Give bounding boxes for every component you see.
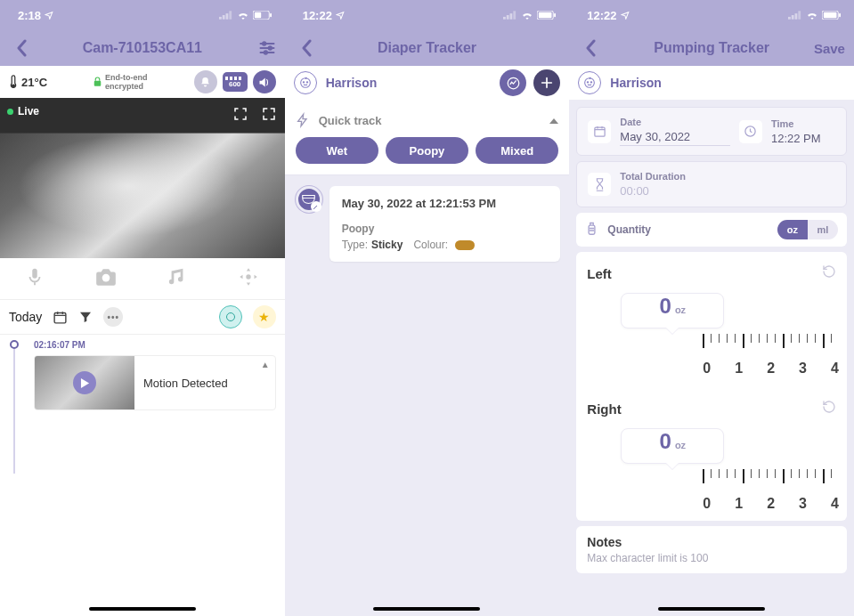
status-time: 2:18 [18, 9, 41, 22]
collapse-icon[interactable]: ▲ [261, 360, 270, 369]
chevron-up-icon [549, 118, 558, 125]
notes-label: Notes [587, 535, 836, 549]
move-button[interactable] [237, 265, 260, 292]
wifi-icon [521, 11, 533, 20]
lullaby-button[interactable] [167, 266, 187, 291]
unit-toggle[interactable]: oz ml [777, 220, 838, 239]
svg-rect-43 [589, 225, 595, 234]
svg-rect-23 [514, 11, 516, 19]
quick-track-label: Quick track [319, 114, 382, 127]
mic-icon [25, 266, 45, 288]
clock-icon [739, 120, 762, 143]
fullscreen-button[interactable] [260, 105, 278, 123]
collapse-button[interactable] [549, 112, 558, 128]
child-name[interactable]: Harrison [610, 76, 662, 90]
entry-details: Type:Sticky Colour: [342, 239, 549, 251]
svg-point-28 [303, 82, 304, 83]
play-icon [80, 378, 90, 388]
location-icon [336, 11, 345, 20]
play-button[interactable] [73, 371, 96, 394]
focus-button[interactable] [232, 105, 249, 123]
entry-datetime: May 30, 2022 at 12:21:53 PM [342, 197, 549, 210]
quick-poopy-button[interactable]: Poopy [386, 137, 468, 164]
alert-bell-button[interactable] [194, 70, 217, 93]
date-time-row: Date May 30, 2022 Time 12:22 PM [576, 107, 847, 156]
time-field[interactable]: Time 12:22 PM [771, 118, 835, 145]
camera-action-bar [0, 258, 285, 299]
move-icon [237, 265, 260, 288]
duration-row[interactable]: Total Duration 00:00 [576, 161, 847, 207]
colour-swatch [455, 240, 475, 250]
add-entry-button[interactable] [533, 69, 560, 96]
home-indicator[interactable] [373, 607, 480, 611]
filter-button[interactable] [78, 310, 93, 324]
timeline: 02:16:07 PM Motion Detected ▲ [0, 335, 285, 616]
svg-rect-36 [824, 12, 837, 18]
clips-button[interactable]: 600 [223, 72, 248, 92]
nav-bar: Cam-710153CA11 [0, 30, 285, 66]
stats-button[interactable] [500, 69, 526, 96]
lock-icon [94, 77, 102, 88]
unit-oz[interactable]: oz [777, 220, 808, 239]
svg-point-9 [264, 51, 266, 53]
svg-rect-19 [54, 312, 66, 322]
temperature: 21°C [9, 75, 47, 89]
calendar-button[interactable] [53, 310, 68, 325]
reset-left-button[interactable] [822, 264, 836, 282]
left-slider[interactable]: 0123456 [587, 334, 836, 377]
child-name[interactable]: Harrison [326, 76, 378, 90]
music-icon [167, 266, 187, 288]
svg-rect-37 [839, 13, 841, 18]
entry-diaper-icon[interactable] [296, 186, 322, 213]
svg-rect-41 [595, 127, 605, 136]
edit-badge [311, 201, 321, 212]
svg-rect-11 [94, 80, 102, 85]
svg-rect-12 [225, 77, 228, 80]
refresh-icon [822, 264, 836, 279]
mic-button[interactable] [25, 266, 45, 291]
left-value-bubble: 0 oz [621, 293, 724, 328]
svg-point-8 [268, 46, 271, 49]
star-icon: ★ [258, 310, 270, 324]
reset-right-button[interactable] [822, 400, 836, 417]
quick-wet-button[interactable]: Wet [296, 137, 378, 164]
notes-hint: Max character limit is 100 [587, 552, 836, 564]
back-button[interactable] [9, 39, 34, 57]
audio-button[interactable] [253, 70, 276, 93]
notes-section[interactable]: Notes Max character limit is 100 [576, 526, 847, 573]
home-indicator[interactable] [89, 607, 196, 611]
activity-chip[interactable] [219, 305, 242, 328]
svg-rect-25 [539, 12, 552, 18]
event-thumbnail [35, 356, 134, 409]
snapshot-button[interactable] [94, 267, 118, 290]
camera-icon [94, 267, 118, 287]
right-slider[interactable]: 0123456 [587, 469, 836, 512]
unit-ml[interactable]: ml [808, 220, 838, 239]
favorite-chip[interactable]: ★ [253, 305, 276, 328]
refresh-icon [822, 400, 836, 414]
event-card[interactable]: Motion Detected ▲ [34, 355, 276, 410]
svg-point-29 [306, 82, 307, 83]
screen-title: Pumping Tracker [569, 40, 854, 56]
date-field[interactable]: Date May 30, 2022 [620, 117, 730, 146]
home-indicator[interactable] [658, 607, 765, 611]
more-button[interactable]: ••• [103, 307, 123, 327]
svg-rect-20 [503, 17, 506, 20]
ruler-labels: 0123456 [703, 496, 836, 512]
quick-mixed-button[interactable]: Mixed [476, 137, 558, 164]
plus-icon [540, 76, 554, 90]
chevron-left-icon [584, 39, 597, 57]
save-button[interactable]: Save [814, 41, 845, 56]
back-button[interactable] [578, 39, 603, 57]
settings-sliders-icon[interactable] [258, 39, 276, 57]
timeline-filter-bar: Today ••• ★ [0, 299, 285, 335]
back-button[interactable] [294, 39, 319, 57]
diaper-entry-card[interactable]: May 30, 2022 at 12:21:53 PM Poopy Type:S… [329, 186, 561, 262]
svg-rect-26 [554, 13, 556, 18]
timeline-marker-icon [10, 340, 19, 349]
nav-bar: Diaper Tracker [285, 30, 570, 66]
baby-icon [294, 71, 317, 94]
svg-point-39 [588, 82, 589, 83]
battery-icon [537, 11, 557, 20]
video-feed[interactable]: Live [0, 98, 285, 258]
